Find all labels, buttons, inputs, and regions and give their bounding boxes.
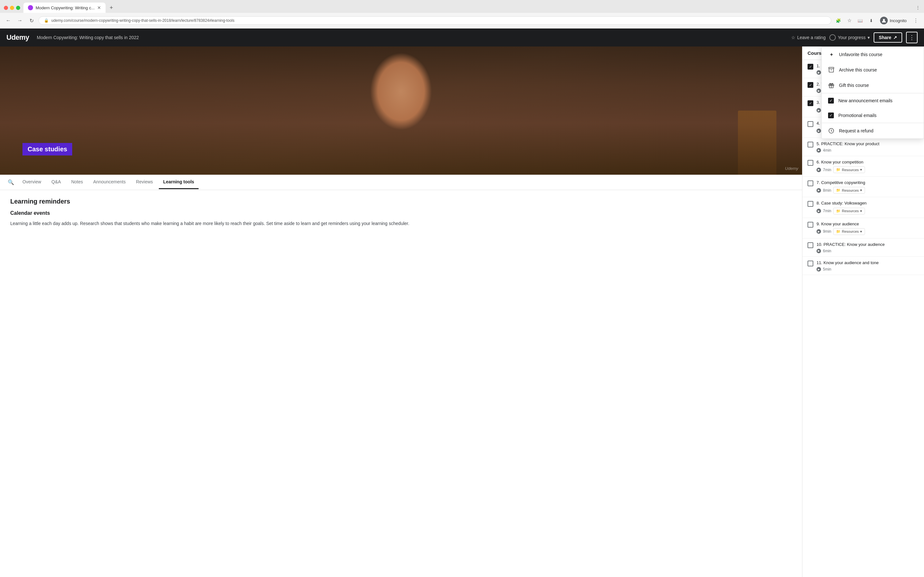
window-close[interactable] [4,6,8,10]
item-checkbox[interactable] [808,160,813,166]
list-item[interactable]: 5. PRACTICE: Know your product ▶ 4min [803,138,924,156]
tab-learning-tools[interactable]: Learning tools [159,175,199,189]
download-icon[interactable]: ⬇ [867,16,876,25]
play-icon: ▶ [817,70,821,75]
back-btn[interactable]: ← [4,16,13,25]
dropdown-item-gift[interactable]: Gift this course [822,77,924,93]
dropdown-item-unfavorite[interactable]: ✦ Unfavorite this course [822,47,924,62]
item-title: 11. Know your audience and tone [817,260,919,266]
tab-announcements[interactable]: Announcements [89,175,130,189]
gift-icon [828,82,835,89]
play-icon: ▶ [817,249,821,253]
star-icon[interactable]: ☆ [845,16,854,25]
resources-icon: 📁 [836,168,841,172]
resources-btn[interactable]: 📁 Resources ▾ [833,228,865,235]
play-icon: ▶ [817,188,821,193]
item-title: 7. Competitive copywriting [817,180,919,185]
resources-btn[interactable]: 📁 Resources ▾ [833,187,865,193]
unfavorite-label: Unfavorite this course [839,52,882,57]
leave-rating-btn[interactable]: ☆ Leave a rating [791,35,826,40]
tab-overview[interactable]: Overview [18,175,45,189]
item-checkbox[interactable] [808,181,813,186]
item-checkbox[interactable] [808,261,813,266]
list-item[interactable]: 7. Competitive copywriting ▶ 8min 📁 Reso… [803,177,924,197]
share-btn[interactable]: Share ↗ [874,32,902,43]
play-icon: ▶ [817,209,821,213]
item-duration: 4min [823,148,831,153]
play-icon: ▶ [817,267,821,271]
item-checkbox[interactable] [808,201,813,207]
item-checkbox[interactable]: ✓ [808,64,813,69]
dropdown-item-promo-emails[interactable]: ✓ Promotional emails [822,108,924,123]
extensions-icon[interactable]: 🧩 [834,16,843,25]
item-checkbox[interactable]: ✓ [808,100,813,106]
list-item[interactable]: 8. Case study: Volkswagen ▶ 7min 📁 Resou… [803,197,924,218]
lock-icon: 🔒 [44,18,49,23]
your-progress-btn[interactable]: Your progress ▾ [829,34,870,41]
video-watermark: Udemy [785,166,798,171]
new-emails-checkbox: ✓ [828,98,834,103]
resources-icon: 📁 [836,188,841,192]
list-item[interactable]: 11. Know your audience and tone ▶ 5min [803,257,924,275]
item-checkbox[interactable] [808,142,813,147]
tab-reviews[interactable]: Reviews [132,175,158,189]
browser-menu-btn[interactable]: ⋮ [911,16,920,25]
udemy-logo: Udemy [6,33,29,42]
item-title: 10. PRACTICE: Know your audience [817,242,919,247]
incognito-avatar [880,17,888,24]
dropdown-item-new-emails[interactable]: ✓ New announcement emails [822,93,924,108]
item-checkbox[interactable]: ✓ [808,82,813,88]
play-icon: ▶ [817,108,821,113]
item-duration: 9min [823,229,831,234]
play-icon: ▶ [817,129,821,133]
star-rating-icon: ☆ [791,35,795,40]
incognito-btn[interactable]: Incognito [877,15,909,26]
dropdown-item-archive[interactable]: Archive this course [822,62,924,77]
tab-qa[interactable]: Q&A [47,175,65,189]
forward-btn[interactable]: → [15,16,24,25]
refresh-btn[interactable]: ↻ [27,16,36,25]
gift-label: Gift this course [839,83,869,88]
calendar-events-title: Calendar events [10,210,792,216]
window-maximize[interactable] [16,6,20,10]
item-checkbox[interactable] [808,242,813,248]
search-tab-icon[interactable]: 🔍 [5,177,17,188]
browser-tab-active[interactable]: Modern Copywriting: Writing c... ✕ [23,3,105,13]
chevron-down-icon: ▾ [860,229,862,234]
window-minimize[interactable] [10,6,14,10]
play-icon: ▶ [817,168,821,172]
more-options-btn[interactable]: ⋮ [906,32,918,43]
item-checkbox[interactable] [808,222,813,227]
item-title: 6. Know your competition [817,159,919,165]
url-text: udemy.com/course/modern-copywriting-writ… [51,18,234,23]
share-icon: ↗ [893,35,897,40]
chevron-down-icon: ▾ [860,209,862,213]
chevron-down-icon: ▾ [860,188,862,192]
new-tab-btn[interactable]: + [107,3,116,12]
video-player[interactable]: Case studies Udemy [0,47,802,175]
item-duration: 5min [823,267,831,271]
item-checkbox[interactable] [808,121,813,127]
tab-title: Modern Copywriting: Writing c... [36,5,95,10]
star-unfavorite-icon: ✦ [828,51,835,58]
resources-btn[interactable]: 📁 Resources ▾ [833,166,865,173]
video-badge: Case studies [23,143,72,155]
tab-close-btn[interactable]: ✕ [97,5,101,10]
content-body: Learning a little each day adds up. Rese… [10,220,792,227]
tab-notes[interactable]: Notes [67,175,87,189]
browser-more-btn[interactable]: ⋮ [916,5,920,10]
item-duration: 8min [823,188,831,193]
reading-mode-icon[interactable]: 📖 [856,16,865,25]
incognito-label: Incognito [890,18,907,23]
resources-icon: 📁 [836,229,841,234]
resources-btn[interactable]: 📁 Resources ▾ [833,208,865,214]
chevron-down-icon: ▾ [860,168,862,172]
svg-rect-1 [829,67,834,69]
address-bar[interactable]: 🔒 udemy.com/course/modern-copywriting-wr… [39,16,831,25]
archive-icon [828,67,835,73]
dropdown-item-refund[interactable]: Request a refund [822,123,924,139]
list-item[interactable]: 9. Know your audience ▶ 9min 📁 Resources… [803,218,924,239]
list-item[interactable]: 10. PRACTICE: Know your audience ▶ 6min [803,239,924,257]
tab-favicon [28,5,33,10]
list-item[interactable]: 6. Know your competition ▶ 7min 📁 Resour… [803,156,924,177]
